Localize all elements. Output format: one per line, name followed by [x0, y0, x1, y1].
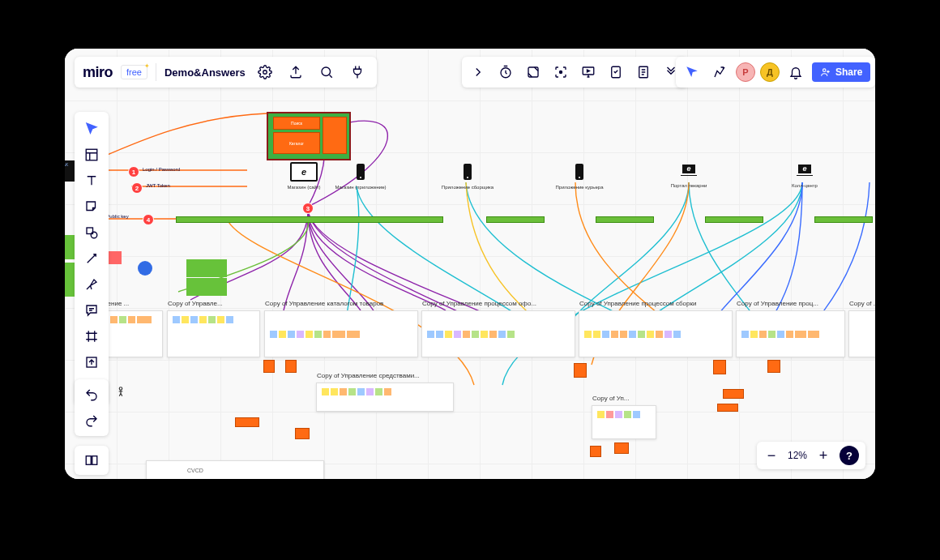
kube-icon — [138, 261, 152, 276]
sticky-5[interactable] — [186, 259, 227, 277]
sticky-4[interactable] — [186, 278, 227, 296]
select-tool[interactable] — [79, 117, 105, 141]
frame-title: Copy of Управление средствами... — [317, 372, 420, 379]
reactions-icon[interactable] — [708, 61, 731, 83]
api-gateway-4 — [596, 216, 654, 223]
frame-title: Copy of Управление процессом сборки — [579, 300, 696, 307]
svc-9[interactable] — [723, 389, 744, 399]
search-icon[interactable] — [315, 61, 338, 83]
svg-rect-18 — [86, 149, 97, 160]
frame-title: Copy of Управле... — [168, 300, 223, 307]
node-courier-app[interactable]: Приложение курьера — [543, 162, 616, 190]
top-bar-center — [462, 57, 687, 88]
label: Приложение курьера — [556, 185, 604, 190]
comment-tool[interactable] — [79, 298, 105, 323]
sticky-tool[interactable] — [79, 195, 105, 219]
svc-7[interactable] — [614, 442, 629, 454]
phone-icon — [568, 162, 591, 182]
slides-rail — [75, 446, 109, 475]
upload-tool[interactable] — [79, 350, 105, 374]
svc-1[interactable] — [263, 360, 275, 373]
api-gateway-5 — [705, 216, 763, 223]
avatar-1[interactable]: P — [736, 62, 755, 82]
line-tool[interactable] — [79, 246, 105, 271]
svg-point-10 — [322, 67, 331, 76]
top-bar-left: miro free Demo&Answers — [75, 57, 377, 88]
zoom-in-button[interactable]: + — [815, 447, 831, 464]
frame-5[interactable]: Copy of Управление проц... — [736, 310, 845, 357]
zoom-level[interactable]: 12% — [788, 450, 807, 461]
frame-title: Copy of Уп... — [592, 395, 630, 402]
actor-icon — [115, 384, 126, 399]
svc-2[interactable] — [285, 360, 297, 373]
zoom-bar: − 12% + ? — [757, 442, 865, 469]
svc-8[interactable] — [713, 360, 726, 374]
chevron-right-icon[interactable] — [467, 61, 489, 83]
svc-10[interactable] — [767, 360, 780, 373]
laptop-icon — [290, 162, 318, 182]
voting-icon[interactable] — [605, 61, 627, 83]
node-shop-app[interactable]: Магазин (приложение) — [324, 162, 397, 190]
pen-tool[interactable] — [79, 272, 105, 297]
frame-tool[interactable] — [79, 324, 105, 348]
svg-rect-22 — [86, 456, 91, 465]
top-bar-right: P Д Share — [676, 57, 875, 88]
label: Портал пекарни — [671, 183, 707, 188]
text-tool[interactable] — [79, 169, 105, 193]
node-bakery-portal[interactable]: e Портал пекарни — [652, 160, 725, 188]
settings-icon[interactable] — [254, 61, 276, 83]
frame-cvcd[interactable]: CVCD — [146, 460, 324, 479]
undo-button[interactable] — [79, 383, 105, 407]
node-picker-app[interactable]: Приложение сборщика — [431, 162, 504, 190]
bell-icon[interactable] — [784, 61, 807, 83]
help-button[interactable]: ? — [840, 446, 859, 465]
frame-2[interactable]: Copy of Управление каталогом товаров — [264, 310, 418, 357]
focus-icon[interactable] — [549, 61, 572, 83]
svc-6[interactable] — [590, 446, 601, 457]
plan-badge[interactable]: free — [121, 65, 147, 79]
templates-tool[interactable] — [79, 143, 105, 167]
label: Приложение сборщика — [442, 185, 494, 190]
badge-2: 2 — [131, 182, 143, 194]
svc-5[interactable] — [574, 363, 587, 378]
frame-6[interactable]: Copy of ... — [848, 310, 875, 357]
notes-icon[interactable] — [632, 61, 655, 83]
frame-s1[interactable]: Copy of Управление средствами... — [316, 383, 454, 412]
svc-3[interactable] — [235, 417, 259, 427]
canvas[interactable]: DAK Поиск Каталог 1 Login / Password 2 J… — [65, 49, 875, 479]
svg-point-3 — [467, 177, 468, 178]
frame-3[interactable]: Copy of Управление процессом офо... — [421, 310, 575, 357]
phone-icon — [349, 162, 372, 182]
frame-4[interactable]: Copy of Управление процессом сборки — [579, 310, 733, 357]
frame-title: Copy of Управление процессом офо... — [422, 300, 536, 307]
frame-1[interactable]: Copy of Управле... — [167, 310, 260, 357]
board-name[interactable]: Demo&Answers — [164, 66, 246, 79]
svc-4[interactable] — [295, 428, 310, 439]
timer-icon[interactable] — [494, 61, 517, 83]
svg-point-9 — [263, 71, 267, 75]
catalog-side-box — [323, 117, 347, 154]
share-button[interactable]: Share — [812, 62, 870, 82]
node-call-center[interactable]: e Колл-центр — [768, 160, 841, 188]
plug-icon[interactable] — [346, 61, 369, 83]
hide-frames-icon[interactable] — [522, 61, 545, 83]
label: Магазин (сайт) — [287, 185, 320, 190]
svg-text:e: e — [686, 165, 690, 173]
svg-point-5 — [579, 177, 580, 178]
frame-title: Copy of Управление проц... — [737, 300, 818, 307]
presentation-icon[interactable] — [577, 61, 600, 83]
redo-button[interactable] — [79, 408, 105, 433]
svg-rect-23 — [92, 456, 97, 465]
svc-11[interactable] — [717, 404, 738, 412]
zoom-out-button[interactable]: − — [763, 447, 780, 464]
export-icon[interactable] — [284, 61, 307, 83]
divider — [156, 63, 156, 81]
cursor-mode-icon[interactable] — [681, 61, 703, 83]
slides-icon[interactable] — [79, 451, 105, 470]
catalog-frame[interactable]: Поиск Каталог — [267, 112, 351, 160]
avatar-2[interactable]: Д — [760, 62, 780, 82]
badge-4: 4 — [143, 214, 154, 225]
frame-s2[interactable]: Copy of Уп... — [592, 405, 656, 439]
logo[interactable]: miro — [83, 64, 113, 81]
shape-tool[interactable] — [79, 220, 105, 245]
